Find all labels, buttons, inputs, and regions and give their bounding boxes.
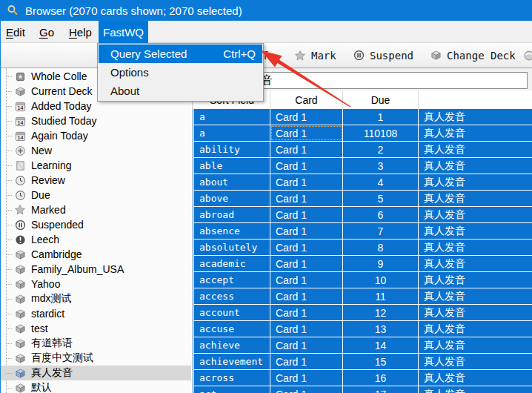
cell-sort-field[interactable]: abroad — [194, 207, 270, 222]
cell-sort-field[interactable]: account — [194, 305, 270, 320]
cell-card[interactable]: Card 1 — [270, 125, 343, 141]
cell-sort-field[interactable]: above — [194, 191, 270, 206]
cell-due[interactable]: 5 — [343, 191, 419, 206]
cell-deck[interactable]: 真人发音 — [419, 337, 532, 353]
toolbar-item-suspend[interactable]: Suspend — [353, 43, 413, 67]
cell-due[interactable]: 2 — [343, 142, 419, 157]
menu-item-about[interactable]: About — [99, 82, 262, 100]
cell-due[interactable]: 15 — [343, 354, 419, 369]
cell-due[interactable]: 7 — [343, 223, 419, 239]
cell-card[interactable]: Card 1 — [270, 272, 343, 288]
cell-deck[interactable]: 真人发音 — [419, 191, 532, 206]
cell-sort-field[interactable]: a — [194, 125, 270, 141]
cell-card[interactable]: Card 1 — [270, 288, 343, 304]
menu-edit[interactable]: Edit — [6, 21, 25, 43]
sidebar-item-learning[interactable]: Learning — [0, 158, 191, 173]
menu-item-options[interactable]: Options — [99, 63, 262, 82]
cell-sort-field[interactable]: accept — [194, 272, 270, 288]
cell-due[interactable]: 6 — [343, 207, 419, 222]
sidebar-item-review[interactable]: Review — [0, 173, 191, 188]
cell-card[interactable]: Card 1 — [270, 207, 343, 222]
cell-sort-field[interactable]: absence — [194, 223, 270, 239]
cell-deck[interactable]: 真人发音 — [419, 142, 532, 157]
cell-card[interactable]: Card 1 — [270, 174, 343, 190]
cell-due[interactable]: 14 — [343, 337, 419, 353]
column-header-card[interactable]: Card — [270, 90, 343, 109]
table-row[interactable]: accuseCard 113真人发音 — [194, 321, 532, 337]
table-row[interactable]: achieveCard 114真人发音 — [194, 337, 532, 353]
cell-deck[interactable]: 真人发音 — [419, 256, 532, 271]
cell-card[interactable]: Card 1 — [270, 191, 343, 206]
toolbar-item-change-deck[interactable]: Change Deck — [430, 43, 516, 67]
cell-card[interactable]: Card 1 — [270, 158, 343, 174]
sidebar-item-due[interactable]: Due — [0, 188, 191, 202]
cell-due[interactable]: 3 — [343, 158, 419, 174]
cell-due[interactable]: 17 — [343, 386, 419, 393]
menu-go[interactable]: Go — [39, 21, 54, 43]
cell-due[interactable]: 9 — [343, 256, 419, 271]
cell-card[interactable]: Card 1 — [270, 321, 343, 337]
cell-deck[interactable]: 真人发音 — [419, 125, 532, 141]
cell-card[interactable]: Card 1 — [270, 240, 343, 255]
cell-card[interactable]: Card 1 — [270, 354, 343, 369]
sidebar-item-yahoo[interactable]: Yahoo — [0, 277, 191, 291]
cell-deck[interactable]: 真人发音 — [419, 207, 532, 222]
cell-deck[interactable]: 真人发音 — [419, 272, 532, 288]
cell-sort-field[interactable]: act — [194, 386, 270, 393]
table-row[interactable]: aCard 1110108真人发音 — [194, 125, 532, 141]
cell-card[interactable]: Card 1 — [270, 337, 343, 353]
cell-due[interactable]: 1 — [343, 109, 419, 125]
table-row[interactable]: aboutCard 14真人发音 — [194, 174, 532, 190]
sidebar-item-i18[interactable]: 有道韩语 — [0, 336, 191, 351]
cell-deck[interactable]: 真人发音 — [419, 321, 532, 337]
cell-sort-field[interactable]: able — [194, 158, 270, 174]
cell-card[interactable]: Card 1 — [270, 223, 343, 239]
sidebar-item-i21[interactable]: 默认 — [0, 380, 191, 393]
cell-due[interactable]: 8 — [343, 240, 419, 255]
menu-help[interactable]: Help — [69, 21, 92, 43]
sidebar-item-test[interactable]: test — [0, 321, 191, 336]
cell-deck[interactable]: 真人发音 — [419, 240, 532, 255]
cell-deck[interactable]: 真人发音 — [419, 158, 532, 174]
cell-deck[interactable]: 真人发音 — [419, 370, 532, 386]
cell-due[interactable]: 10 — [343, 272, 419, 288]
cell-deck[interactable]: 真人发音 — [419, 386, 532, 393]
sidebar-item-mdx[interactable]: mdx测试 — [0, 291, 191, 306]
cell-card[interactable]: Card 1 — [270, 142, 343, 157]
sidebar-item-i19[interactable]: 百度中文测试 — [0, 351, 191, 366]
table-row[interactable]: accessCard 111真人发音 — [194, 288, 532, 304]
cell-sort-field[interactable]: achievement — [194, 354, 270, 369]
sidebar-item-stardict[interactable]: stardict — [0, 306, 191, 321]
cell-sort-field[interactable]: absolutely — [194, 240, 270, 255]
cell-sort-field[interactable]: achieve — [194, 337, 270, 353]
sidebar-item-new[interactable]: New — [0, 143, 191, 158]
table-row[interactable]: absolutelyCard 18真人发音 — [194, 240, 532, 255]
table-row[interactable]: actCard 117真人发音 — [194, 386, 532, 393]
table-row[interactable]: abroadCard 16真人发音 — [194, 207, 532, 222]
table-row[interactable]: acceptCard 110真人发音 — [194, 272, 532, 288]
sidebar-item-family-album-usa[interactable]: Family_Album_USA — [0, 262, 191, 277]
sidebar-item-i20[interactable]: 真人发音 — [0, 366, 191, 380]
sidebar-item-marked[interactable]: Marked — [0, 202, 191, 217]
cell-card[interactable]: Card 1 — [270, 386, 343, 393]
column-header-due[interactable]: Due — [343, 90, 419, 109]
sidebar-item-cambridge[interactable]: Cambridge — [0, 247, 191, 262]
cell-sort-field[interactable]: a — [194, 109, 270, 125]
cell-due[interactable]: 110108 — [343, 125, 419, 141]
cell-deck[interactable]: 真人发音 — [419, 288, 532, 304]
table-row[interactable]: accountCard 112真人发音 — [194, 305, 532, 320]
table-row[interactable]: absenceCard 17真人发音 — [194, 223, 532, 239]
cell-deck[interactable]: 真人发音 — [419, 223, 532, 239]
cell-card[interactable]: Card 1 — [270, 370, 343, 386]
cell-due[interactable]: 12 — [343, 305, 419, 320]
cell-due[interactable]: 11 — [343, 288, 419, 304]
cell-deck[interactable]: 真人发音 — [419, 109, 532, 125]
cell-sort-field[interactable]: ability — [194, 142, 270, 157]
cell-card[interactable]: Card 1 — [270, 256, 343, 271]
table-row[interactable]: ableCard 13真人发音 — [194, 158, 532, 174]
cell-sort-field[interactable]: about — [194, 174, 270, 190]
sidebar-item-suspended[interactable]: Suspended — [0, 217, 191, 232]
toolbar-item-info[interactable]: fo — [262, 43, 275, 67]
cell-card[interactable]: Card 1 — [270, 109, 343, 125]
cell-sort-field[interactable]: across — [194, 370, 270, 386]
